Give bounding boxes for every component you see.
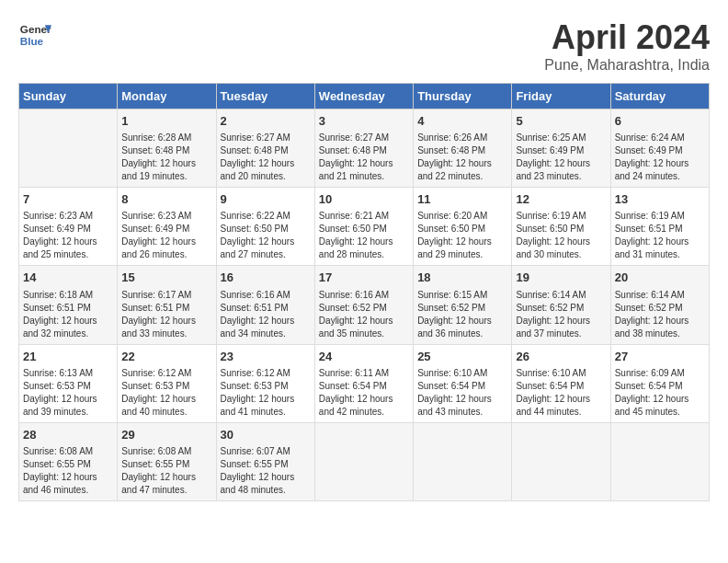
day-info: Sunrise: 6:16 AMSunset: 6:52 PMDaylight:… [319, 289, 409, 340]
day-info: Sunrise: 6:16 AMSunset: 6:51 PMDaylight:… [221, 289, 311, 340]
calendar-cell: 5Sunrise: 6:25 AMSunset: 6:49 PMDaylight… [512, 109, 610, 188]
day-number: 17 [319, 270, 409, 286]
calendar-cell: 6Sunrise: 6:24 AMSunset: 6:49 PMDaylight… [610, 109, 709, 188]
day-info: Sunrise: 6:11 AMSunset: 6:54 PMDaylight:… [319, 367, 409, 419]
day-info: Sunrise: 6:09 AMSunset: 6:54 PMDaylight:… [615, 367, 705, 419]
calendar-cell: 4Sunrise: 6:26 AMSunset: 6:48 PMDaylight… [414, 109, 512, 188]
calendar-cell: 11Sunrise: 6:20 AMSunset: 6:50 PMDayligh… [414, 188, 512, 266]
day-number: 16 [221, 270, 311, 286]
calendar-cell: 24Sunrise: 6:11 AMSunset: 6:54 PMDayligh… [314, 344, 413, 422]
calendar-cell: 19Sunrise: 6:14 AMSunset: 6:52 PMDayligh… [512, 266, 610, 344]
calendar-cell: 22Sunrise: 6:12 AMSunset: 6:53 PMDayligh… [118, 344, 216, 422]
calendar-cell [512, 422, 610, 500]
logo: General Blue [18, 18, 51, 52]
col-header-monday: Monday [118, 84, 216, 109]
day-number: 14 [23, 270, 113, 286]
day-info: Sunrise: 6:13 AMSunset: 6:53 PMDaylight:… [23, 367, 113, 419]
day-info: Sunrise: 6:27 AMSunset: 6:48 PMDaylight:… [221, 132, 311, 183]
day-number: 21 [23, 349, 113, 365]
calendar-cell: 28Sunrise: 6:08 AMSunset: 6:55 PMDayligh… [19, 422, 118, 500]
calendar-row: 7Sunrise: 6:23 AMSunset: 6:49 PMDaylight… [19, 188, 710, 266]
calendar-row: 1Sunrise: 6:28 AMSunset: 6:48 PMDaylight… [19, 109, 710, 188]
day-number: 3 [319, 113, 409, 130]
header-row: SundayMondayTuesdayWednesdayThursdayFrid… [19, 84, 710, 109]
day-info: Sunrise: 6:25 AMSunset: 6:49 PMDaylight:… [516, 132, 606, 183]
calendar-cell: 30Sunrise: 6:07 AMSunset: 6:55 PMDayligh… [216, 422, 314, 500]
day-info: Sunrise: 6:23 AMSunset: 6:49 PMDaylight:… [121, 210, 211, 261]
calendar-row: 28Sunrise: 6:08 AMSunset: 6:55 PMDayligh… [19, 422, 710, 500]
day-info: Sunrise: 6:20 AMSunset: 6:50 PMDaylight:… [417, 210, 507, 261]
svg-text:Blue: Blue [20, 35, 44, 47]
calendar-cell: 2Sunrise: 6:27 AMSunset: 6:48 PMDaylight… [216, 109, 314, 188]
day-info: Sunrise: 6:21 AMSunset: 6:50 PMDaylight:… [319, 210, 409, 261]
calendar-cell: 16Sunrise: 6:16 AMSunset: 6:51 PMDayligh… [216, 266, 314, 344]
calendar-cell: 21Sunrise: 6:13 AMSunset: 6:53 PMDayligh… [19, 344, 118, 422]
day-info: Sunrise: 6:12 AMSunset: 6:53 PMDaylight:… [221, 367, 311, 419]
day-info: Sunrise: 6:10 AMSunset: 6:54 PMDaylight:… [417, 367, 507, 419]
logo-icon: General Blue [18, 18, 51, 52]
calendar-table: SundayMondayTuesdayWednesdayThursdayFrid… [18, 83, 710, 501]
day-number: 20 [615, 270, 705, 286]
day-number: 11 [417, 191, 507, 208]
calendar-cell [610, 422, 709, 500]
calendar-cell [314, 422, 413, 500]
col-header-saturday: Saturday [610, 84, 709, 109]
day-number: 18 [417, 270, 507, 286]
calendar-cell: 29Sunrise: 6:08 AMSunset: 6:55 PMDayligh… [118, 422, 216, 500]
page-subtitle: Pune, Maharashtra, India [544, 57, 710, 74]
day-number: 10 [319, 191, 409, 208]
day-info: Sunrise: 6:17 AMSunset: 6:51 PMDaylight:… [121, 289, 211, 340]
day-info: Sunrise: 6:19 AMSunset: 6:51 PMDaylight:… [615, 210, 705, 261]
calendar-cell: 26Sunrise: 6:10 AMSunset: 6:54 PMDayligh… [512, 344, 610, 422]
col-header-wednesday: Wednesday [314, 84, 413, 109]
day-number: 27 [615, 349, 705, 365]
day-info: Sunrise: 6:10 AMSunset: 6:54 PMDaylight:… [516, 367, 606, 419]
day-number: 25 [417, 349, 507, 365]
day-number: 12 [516, 191, 606, 208]
day-number: 7 [23, 191, 113, 208]
col-header-tuesday: Tuesday [216, 84, 314, 109]
day-number: 9 [221, 191, 311, 208]
calendar-cell: 7Sunrise: 6:23 AMSunset: 6:49 PMDaylight… [19, 188, 118, 266]
calendar-row: 21Sunrise: 6:13 AMSunset: 6:53 PMDayligh… [19, 344, 710, 422]
calendar-cell: 20Sunrise: 6:14 AMSunset: 6:52 PMDayligh… [610, 266, 709, 344]
calendar-cell: 10Sunrise: 6:21 AMSunset: 6:50 PMDayligh… [314, 188, 413, 266]
calendar-header: SundayMondayTuesdayWednesdayThursdayFrid… [19, 84, 710, 109]
day-number: 24 [319, 349, 409, 365]
day-number: 22 [121, 349, 211, 365]
header: General Blue April 2024 Pune, Maharashtr… [18, 18, 710, 74]
calendar-cell: 25Sunrise: 6:10 AMSunset: 6:54 PMDayligh… [414, 344, 512, 422]
calendar-cell: 13Sunrise: 6:19 AMSunset: 6:51 PMDayligh… [610, 188, 709, 266]
day-info: Sunrise: 6:15 AMSunset: 6:52 PMDaylight:… [417, 289, 507, 340]
day-number: 2 [221, 113, 311, 130]
calendar-row: 14Sunrise: 6:18 AMSunset: 6:51 PMDayligh… [19, 266, 710, 344]
calendar-cell: 9Sunrise: 6:22 AMSunset: 6:50 PMDaylight… [216, 188, 314, 266]
day-info: Sunrise: 6:28 AMSunset: 6:48 PMDaylight:… [121, 132, 211, 183]
day-number: 5 [516, 113, 606, 130]
col-header-thursday: Thursday [414, 84, 512, 109]
calendar-cell [414, 422, 512, 500]
col-header-sunday: Sunday [19, 84, 118, 109]
calendar-cell: 3Sunrise: 6:27 AMSunset: 6:48 PMDaylight… [314, 109, 413, 188]
day-info: Sunrise: 6:22 AMSunset: 6:50 PMDaylight:… [221, 210, 311, 261]
day-info: Sunrise: 6:27 AMSunset: 6:48 PMDaylight:… [319, 132, 409, 183]
col-header-friday: Friday [512, 84, 610, 109]
day-number: 6 [615, 113, 705, 130]
day-info: Sunrise: 6:07 AMSunset: 6:55 PMDaylight:… [221, 445, 311, 497]
title-area: April 2024 Pune, Maharashtra, India [544, 18, 710, 74]
calendar-cell [19, 109, 118, 188]
calendar-cell: 12Sunrise: 6:19 AMSunset: 6:50 PMDayligh… [512, 188, 610, 266]
calendar-body: 1Sunrise: 6:28 AMSunset: 6:48 PMDaylight… [19, 109, 710, 501]
day-info: Sunrise: 6:14 AMSunset: 6:52 PMDaylight:… [615, 289, 705, 340]
day-info: Sunrise: 6:12 AMSunset: 6:53 PMDaylight:… [121, 367, 211, 419]
calendar-cell: 18Sunrise: 6:15 AMSunset: 6:52 PMDayligh… [414, 266, 512, 344]
day-info: Sunrise: 6:18 AMSunset: 6:51 PMDaylight:… [23, 289, 113, 340]
calendar-cell: 23Sunrise: 6:12 AMSunset: 6:53 PMDayligh… [216, 344, 314, 422]
day-info: Sunrise: 6:08 AMSunset: 6:55 PMDaylight:… [23, 445, 113, 497]
day-number: 1 [121, 113, 211, 130]
day-info: Sunrise: 6:14 AMSunset: 6:52 PMDaylight:… [516, 289, 606, 340]
day-number: 23 [221, 349, 311, 365]
page-title: April 2024 [544, 18, 710, 57]
day-number: 29 [121, 427, 211, 443]
day-info: Sunrise: 6:26 AMSunset: 6:48 PMDaylight:… [417, 132, 507, 183]
